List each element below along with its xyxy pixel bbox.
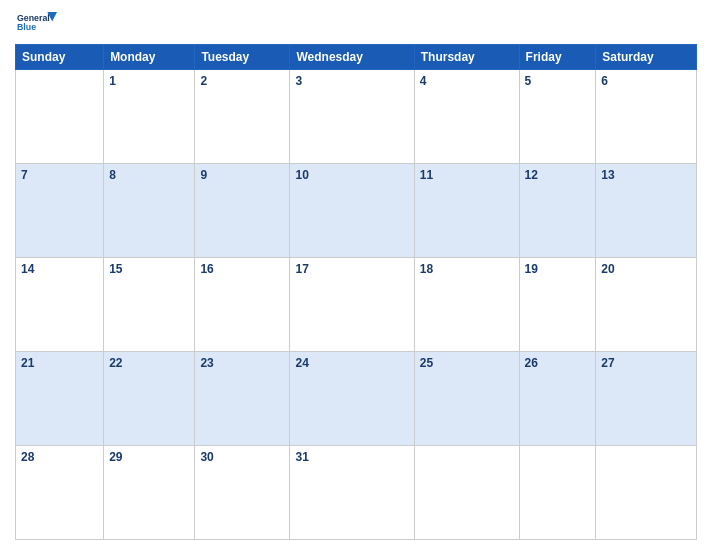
calendar-week-row: 28293031	[16, 446, 697, 540]
calendar-cell: 5	[519, 70, 596, 164]
day-number: 27	[601, 356, 614, 370]
day-number: 29	[109, 450, 122, 464]
calendar-week-row: 14151617181920	[16, 258, 697, 352]
calendar-cell: 27	[596, 352, 697, 446]
calendar-cell: 16	[195, 258, 290, 352]
day-number: 23	[200, 356, 213, 370]
calendar-cell: 19	[519, 258, 596, 352]
calendar-cell: 28	[16, 446, 104, 540]
calendar-cell: 12	[519, 164, 596, 258]
calendar-table: SundayMondayTuesdayWednesdayThursdayFrid…	[15, 44, 697, 540]
weekday-tuesday: Tuesday	[195, 45, 290, 70]
day-number: 20	[601, 262, 614, 276]
day-number: 14	[21, 262, 34, 276]
calendar-cell: 14	[16, 258, 104, 352]
day-number: 17	[295, 262, 308, 276]
svg-text:Blue: Blue	[17, 22, 36, 32]
day-number: 6	[601, 74, 608, 88]
day-number: 9	[200, 168, 207, 182]
day-number: 1	[109, 74, 116, 88]
calendar-cell	[596, 446, 697, 540]
day-number: 11	[420, 168, 433, 182]
weekday-wednesday: Wednesday	[290, 45, 414, 70]
weekday-thursday: Thursday	[414, 45, 519, 70]
day-number: 13	[601, 168, 614, 182]
calendar-cell: 7	[16, 164, 104, 258]
calendar-cell	[519, 446, 596, 540]
day-number: 18	[420, 262, 433, 276]
day-number: 4	[420, 74, 427, 88]
day-number: 25	[420, 356, 433, 370]
day-number: 5	[525, 74, 532, 88]
calendar-cell: 18	[414, 258, 519, 352]
day-number: 22	[109, 356, 122, 370]
day-number: 30	[200, 450, 213, 464]
calendar-cell: 6	[596, 70, 697, 164]
calendar-cell: 30	[195, 446, 290, 540]
calendar-header: General Blue	[15, 10, 697, 38]
calendar-week-row: 78910111213	[16, 164, 697, 258]
calendar-cell: 22	[104, 352, 195, 446]
calendar-cell	[16, 70, 104, 164]
day-number: 28	[21, 450, 34, 464]
calendar-cell: 2	[195, 70, 290, 164]
calendar-cell: 11	[414, 164, 519, 258]
calendar-cell: 24	[290, 352, 414, 446]
calendar-cell: 26	[519, 352, 596, 446]
calendar-cell: 20	[596, 258, 697, 352]
calendar-cell: 17	[290, 258, 414, 352]
calendar-cell: 13	[596, 164, 697, 258]
calendar-week-row: 21222324252627	[16, 352, 697, 446]
calendar-cell: 15	[104, 258, 195, 352]
calendar-cell: 21	[16, 352, 104, 446]
calendar-cell: 25	[414, 352, 519, 446]
day-number: 2	[200, 74, 207, 88]
logo: General Blue	[17, 10, 57, 38]
day-number: 31	[295, 450, 308, 464]
weekday-sunday: Sunday	[16, 45, 104, 70]
weekday-monday: Monday	[104, 45, 195, 70]
weekday-saturday: Saturday	[596, 45, 697, 70]
day-number: 10	[295, 168, 308, 182]
calendar-cell: 4	[414, 70, 519, 164]
calendar-cell: 29	[104, 446, 195, 540]
calendar-week-row: 123456	[16, 70, 697, 164]
weekday-friday: Friday	[519, 45, 596, 70]
day-number: 19	[525, 262, 538, 276]
day-number: 12	[525, 168, 538, 182]
calendar-cell: 9	[195, 164, 290, 258]
day-number: 3	[295, 74, 302, 88]
day-number: 26	[525, 356, 538, 370]
calendar-cell: 23	[195, 352, 290, 446]
day-number: 15	[109, 262, 122, 276]
day-number: 7	[21, 168, 28, 182]
calendar-cell: 31	[290, 446, 414, 540]
calendar-cell: 8	[104, 164, 195, 258]
day-number: 16	[200, 262, 213, 276]
day-number: 24	[295, 356, 308, 370]
calendar-cell: 1	[104, 70, 195, 164]
calendar-cell	[414, 446, 519, 540]
day-number: 8	[109, 168, 116, 182]
calendar-cell: 3	[290, 70, 414, 164]
calendar-cell: 10	[290, 164, 414, 258]
day-number: 21	[21, 356, 34, 370]
weekday-header-row: SundayMondayTuesdayWednesdayThursdayFrid…	[16, 45, 697, 70]
